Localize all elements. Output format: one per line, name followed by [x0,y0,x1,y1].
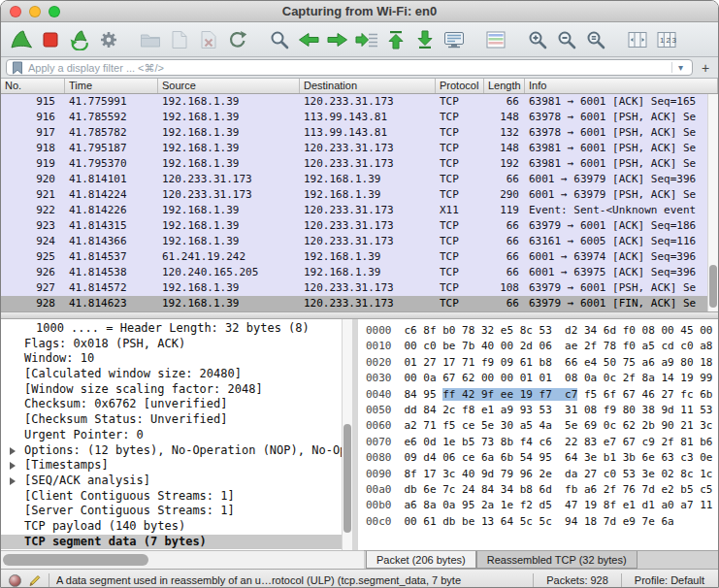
display-filter-input[interactable] [25,62,671,74]
open-file-button[interactable] [136,26,165,53]
packet-row-921[interactable]: 92141.814224120.233.31.173192.168.1.39TC… [1,187,718,203]
column-header-protocol[interactable]: Protocol [436,79,484,93]
hex-line[interactable]: 00c000 61 db be 13 64 5c 5c 94 18 7d e9 … [366,514,718,530]
layout-123-icon: 123 [657,31,676,49]
close-file-button[interactable] [194,26,223,53]
column-header-length[interactable]: Length [484,79,525,93]
hex-line[interactable]: 0070e6 0d 1e b5 73 8b f4 c6 22 83 e7 67 … [366,435,718,450]
detail-line[interactable]: Urgent Pointer: 0 [1,428,352,443]
detail-line[interactable]: Flags: 0x018 (PSH, ACK) [1,337,352,352]
chevron-right-icon[interactable] [10,477,16,485]
hex-line[interactable]: 004084 95 ff 42 9f ee 19 f7 c7 f5 6f 67 … [366,387,718,403]
restart-capture-button[interactable] [65,26,94,53]
hex-line[interactable]: 00a0db 6e 7c 24 84 34 b8 6d fb a6 2f 76 … [366,482,718,498]
pane-splitter[interactable] [1,311,718,319]
colorize-button[interactable] [481,26,510,53]
add-filter-button[interactable]: + [698,60,713,76]
zoom-in-button[interactable] [523,26,552,53]
column-header-info[interactable]: Info [525,79,718,93]
layout-columns-button[interactable]: 123 [652,26,681,53]
detail-line[interactable]: Window: 10 [1,351,352,367]
capture-options-button[interactable] [94,26,123,53]
cell-info: 6001 → 63979 [PSH, ACK] Se [525,187,718,203]
packet-row-927[interactable]: 92741.814572192.168.1.39120.233.31.173TC… [1,280,718,296]
go-last-button[interactable] [410,26,440,53]
detail-line[interactable]: Options: (12 bytes), No-Operation (NOP),… [1,443,352,459]
detail-line[interactable]: [SEQ/ACK analysis] [1,474,352,489]
hex-line[interactable]: 0060a2 71 f5 ce 5e 30 a5 4a 5e 69 0c 62 … [366,418,718,434]
detail-line[interactable]: Checksum: 0x6762 [unverified] [1,397,352,412]
packet-row-926[interactable]: 92641.814538120.240.165.205192.168.1.39T… [1,265,718,280]
tab-reassembled-tcp-32-bytes-[interactable]: Reassembled TCP (32 bytes) [476,551,637,569]
auto-scroll-button[interactable] [440,26,469,53]
minimize-window-button[interactable] [29,6,41,17]
cell-protocol: TCP [436,125,484,141]
cell-source: 192.168.1.39 [158,280,300,296]
column-header-destination[interactable]: Destination [300,79,436,93]
packet-row-922[interactable]: 92241.814226192.168.1.39120.233.31.173X1… [1,203,718,218]
chevron-right-icon[interactable] [10,447,16,455]
resize-columns-button[interactable] [623,26,652,53]
packet-row-924[interactable]: 92441.814366192.168.1.39120.233.31.173TC… [1,234,718,249]
hex-line[interactable]: 002001 27 17 71 f9 09 61 b8 66 e4 50 75 … [366,355,718,371]
cell-no: 919 [1,156,65,172]
detail-hscrollbar-thumb[interactable] [3,554,148,566]
cell-destination: 113.99.143.81 [300,110,436,125]
hex-line[interactable]: 0000c6 8f b0 78 32 e5 8c 53 d2 34 6d f0 … [366,323,718,339]
bookmark-icon[interactable] [10,61,25,75]
column-header-time[interactable]: Time [65,79,158,93]
hex-line[interactable]: 001000 c0 be 7b 40 00 2d 06 ae 2f 78 f0 … [366,339,718,354]
detail-line[interactable]: TCP segment data (7 bytes) [1,535,352,550]
save-file-button[interactable] [165,26,194,53]
detail-line[interactable]: [Server Contiguous Streams: 1] [1,504,352,519]
hex-line[interactable]: 00908f 17 3c 40 9d 79 96 2e da 27 c0 53 … [366,467,718,482]
annotation-pencil-icon[interactable] [28,573,42,587]
detail-line[interactable]: [Timestamps] [1,458,352,474]
stop-capture-button[interactable] [36,26,65,53]
packet-row-925[interactable]: 92541.81453761.241.19.242192.168.1.39TCP… [1,249,718,265]
packet-row-923[interactable]: 92341.814315192.168.1.39120.233.31.173TC… [1,218,718,234]
maximize-window-button[interactable] [49,6,60,17]
profile-label[interactable]: Profile: Default [629,574,710,586]
close-window-button[interactable] [10,6,21,17]
detail-line-label: [SEQ/ACK analysis] [24,474,150,487]
cell-info: 63979 → 6001 [ACK] Seq=186 [525,218,718,234]
go-to-packet-button[interactable] [352,26,381,53]
tab-packet-206-bytes-[interactable]: Packet (206 bytes) [366,551,476,569]
packet-row-917[interactable]: 91741.785782192.168.1.39113.99.143.81TCP… [1,125,718,141]
packet-row-918[interactable]: 91841.795187192.168.1.39120.233.31.173TC… [1,141,718,156]
chevron-right-icon[interactable] [10,462,16,470]
filter-dropdown-button[interactable]: ▾ [671,62,689,73]
packet-row-920[interactable]: 92041.814101120.233.31.173192.168.1.39TC… [1,172,718,187]
reload-button[interactable] [223,26,252,53]
detail-line[interactable]: [Window size scaling factor: 2048] [1,382,352,398]
hex-line[interactable]: 0050dd 84 2c f8 e1 a9 93 53 31 08 f9 80 … [366,403,718,418]
find-packet-button[interactable] [265,26,294,53]
hex-line[interactable]: 003000 0a 67 62 00 00 01 01 08 0a 0c 2f … [366,371,718,386]
column-header-no[interactable]: No. [1,79,65,93]
detail-line[interactable]: [Calculated window size: 20480] [1,367,352,382]
detail-line[interactable]: 1000 .... = Header Length: 32 bytes (8) [1,321,352,337]
zoom-out-button[interactable] [552,26,581,53]
packet-row-919[interactable]: 91941.795370192.168.1.39120.233.31.173TC… [1,156,718,172]
packet-row-928[interactable]: 92841.814623192.168.1.39120.233.31.173TC… [1,296,718,311]
hex-bytes: 01 27 17 71 f9 09 61 b8 66 e4 50 75 a6 a… [405,356,713,369]
zoom-reset-button[interactable] [581,26,610,53]
go-back-button[interactable] [294,26,323,53]
display-filter-field[interactable]: ▾ [6,59,693,76]
start-capture-button[interactable] [7,26,36,53]
detail-line[interactable]: [Checksum Status: Unverified] [1,412,352,428]
packet-row-916[interactable]: 91641.785592192.168.1.39113.99.143.81TCP… [1,110,718,125]
column-header-source[interactable]: Source [158,79,300,93]
packet-row-915[interactable]: 91541.775991192.168.1.39120.233.31.173TC… [1,94,718,110]
hex-line[interactable]: 008009 d4 06 ce 6a 6b 54 95 64 3e b1 3b … [366,450,718,466]
expert-info-icon[interactable] [9,574,21,587]
hex-line[interactable]: 00b0a6 8a 0a 95 2a 1e f2 d5 47 19 8f e1 … [366,498,718,513]
detail-line[interactable]: TCP payload (140 bytes) [1,519,352,535]
packet-list-scrollbar-thumb[interactable] [709,265,717,308]
go-forward-button[interactable] [323,26,352,53]
detail-line[interactable]: [Client Contiguous Streams: 1] [1,489,352,505]
titlebar[interactable]: Capturing from Wi-Fi: en0 [1,1,718,22]
detail-scrollbar-thumb[interactable] [343,424,351,533]
go-first-button[interactable] [381,26,410,53]
